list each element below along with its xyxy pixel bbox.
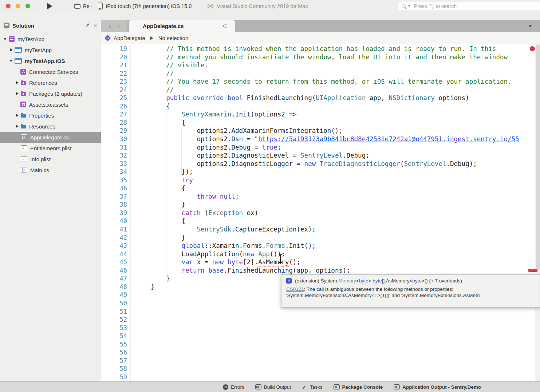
sidebar-item-info-plist[interactable]: Info.plist (0, 154, 101, 165)
disclosure-right-icon[interactable] (15, 113, 20, 118)
code-line-37[interactable]: 37 throw null; (101, 193, 540, 201)
line-number[interactable]: 33 (101, 160, 127, 168)
code-line-19[interactable]: 19 // This method is invoked when the ap… (101, 45, 540, 53)
code-line-20[interactable]: 20 // method you should instantiate the … (101, 53, 540, 62)
sidebar-item-mytestapp[interactable]: myTestApp (0, 33, 101, 44)
line-number[interactable]: 31 (101, 143, 127, 152)
code-line-31[interactable]: 31 options2.Debug = true; (101, 143, 540, 152)
code-line-44[interactable]: 44 LoadApplication(new App()); (101, 250, 540, 258)
line-number[interactable]: 46 (101, 266, 127, 275)
line-number[interactable]: 26 (101, 102, 127, 111)
code-line-36[interactable]: 36 { (101, 184, 540, 193)
line-number[interactable]: 59 (101, 373, 127, 381)
device-icon[interactable] (98, 3, 103, 9)
code-line-45[interactable]: 45 var x = new byte[2].AsMemory(); (101, 258, 540, 266)
code-line-21[interactable]: 21 // visible. (101, 61, 540, 70)
code-line-58[interactable]: 58 (101, 365, 540, 373)
line-number[interactable]: 54 (101, 332, 127, 340)
disclosure-right-icon[interactable] (15, 91, 20, 96)
sentry-dsn-link[interactable]: https://5a193123a9b841bc8d8e42531e7242a1… (258, 135, 519, 143)
line-number[interactable]: 29 (101, 127, 127, 135)
sidebar-item-mytestapp[interactable]: myTestApp (0, 44, 101, 55)
line-number[interactable]: 55 (101, 340, 127, 349)
navigate-back-icon[interactable]: ‹ (109, 23, 111, 29)
line-number[interactable]: 39 (101, 209, 127, 217)
code-line-33[interactable]: 33 options2.DiagnosticLogger = new Trace… (101, 160, 540, 168)
code-line-59[interactable]: 59 (101, 373, 540, 381)
line-number[interactable]: 57 (101, 357, 127, 365)
line-number[interactable]: 23 (101, 78, 127, 86)
code-line-40[interactable]: 40 { (101, 217, 540, 225)
code-line-26[interactable]: 26 { (101, 102, 540, 111)
line-number[interactable]: 37 (101, 193, 127, 201)
device-selector[interactable]: iPod touch (7th generation) iOS 15.0 (106, 3, 192, 9)
line-number[interactable]: 27 (101, 110, 127, 119)
code-line-51[interactable]: 51 (101, 308, 540, 316)
line-number[interactable]: 36 (101, 184, 127, 193)
search-input[interactable]: Press '^,' to search (398, 1, 540, 11)
code-line-53[interactable]: 53 (101, 324, 540, 332)
sidebar-item-packages-2-updates[interactable]: Packages (2 updates) (0, 88, 101, 99)
tab-appdelegate[interactable]: AppDelegate.cs (129, 20, 235, 32)
error-code-link[interactable]: CS0121 (286, 286, 304, 292)
sidebar-item-mytestapp-ios[interactable]: myTestApp.iOS (0, 55, 101, 66)
line-number[interactable]: 28 (101, 119, 127, 127)
code-line-28[interactable]: 28 { (101, 119, 540, 127)
line-number[interactable]: 52 (101, 316, 127, 324)
minimize-window-button[interactable] (16, 4, 20, 8)
code-line-29[interactable]: 29 options2.AddXamarinFormsIntegration()… (101, 127, 540, 135)
line-number[interactable]: 41 (101, 225, 127, 234)
pin-icon[interactable] (84, 23, 91, 29)
code-line-30[interactable]: 30 options2.Dsn = "https://5a193123a9b84… (101, 135, 540, 143)
line-number[interactable]: 40 (101, 217, 127, 225)
sidebar-item-connected-services[interactable]: Connected Services (0, 66, 101, 77)
sidebar-item-properties[interactable]: Properties (0, 110, 101, 121)
zoom-window-button[interactable] (25, 4, 30, 8)
code-line-38[interactable]: 38 } (101, 201, 540, 209)
line-number[interactable]: 25 (101, 94, 127, 102)
line-number[interactable]: 24 (101, 86, 127, 94)
configuration-icon[interactable] (74, 4, 80, 9)
code-line-55[interactable]: 55 (101, 340, 540, 349)
line-number[interactable]: 20 (101, 53, 127, 62)
line-number[interactable]: 58 (101, 365, 127, 373)
code-line-24[interactable]: 24 // (101, 86, 540, 94)
code-editor[interactable]: 19 // This method is invoked when the ap… (101, 44, 540, 381)
code-line-22[interactable]: 22 // (101, 70, 540, 78)
configuration-selector[interactable]: Re (83, 3, 90, 9)
disclosure-right-icon[interactable] (15, 124, 20, 128)
sidebar-item-entitlements-plist[interactable]: Entitlements.plist (0, 143, 101, 154)
line-number[interactable]: 50 (101, 299, 127, 308)
statusbar-pad-tasks[interactable]: Tasks (302, 384, 323, 390)
statusbar-pad-build-output[interactable]: Build Output (255, 384, 291, 390)
line-number[interactable]: 44 (101, 250, 127, 258)
code-line-56[interactable]: 56 (101, 348, 540, 357)
statusbar-pad-errors[interactable]: Errors (223, 384, 244, 390)
code-line-52[interactable]: 52 (101, 316, 540, 324)
code-line-54[interactable]: 54 (101, 332, 540, 340)
vertical-scrollbar[interactable] (535, 44, 540, 381)
sidebar-item-main-cs[interactable]: Main.cs (0, 165, 101, 175)
line-number[interactable]: 19 (101, 45, 127, 53)
line-number[interactable]: 49 (101, 291, 127, 299)
line-number[interactable]: 53 (101, 324, 127, 332)
code-line-46[interactable]: 46 return base.FinishedLaunching(app, op… (101, 266, 540, 275)
sidebar-item-assets-xcassets[interactable]: Assets.xcassets (0, 99, 101, 110)
statusbar-pad-application-output-sentry-demo[interactable]: Application Output - Sentry.Demo (394, 384, 481, 390)
close-icon[interactable]: ✕ (93, 23, 97, 28)
line-number[interactable]: 32 (101, 151, 127, 160)
disclosure-right-icon[interactable] (15, 80, 20, 85)
run-button[interactable] (47, 3, 52, 9)
code-line-34[interactable]: 34 }); (101, 168, 540, 176)
sidebar-item-references[interactable]: References (0, 77, 101, 88)
code-line-23[interactable]: 23 // You have 17 seconds to return from… (101, 78, 540, 86)
line-number[interactable]: 43 (101, 242, 127, 250)
line-number[interactable]: 51 (101, 308, 127, 316)
code-line-42[interactable]: 42 } (101, 234, 540, 242)
line-number[interactable]: 42 (101, 234, 127, 242)
line-number[interactable]: 35 (101, 176, 127, 185)
sidebar-item-resources[interactable]: Resources (0, 121, 101, 132)
close-window-button[interactable] (6, 4, 11, 8)
breadcrumb-selection[interactable]: No selection (158, 35, 189, 41)
line-number[interactable]: 48 (101, 283, 127, 291)
